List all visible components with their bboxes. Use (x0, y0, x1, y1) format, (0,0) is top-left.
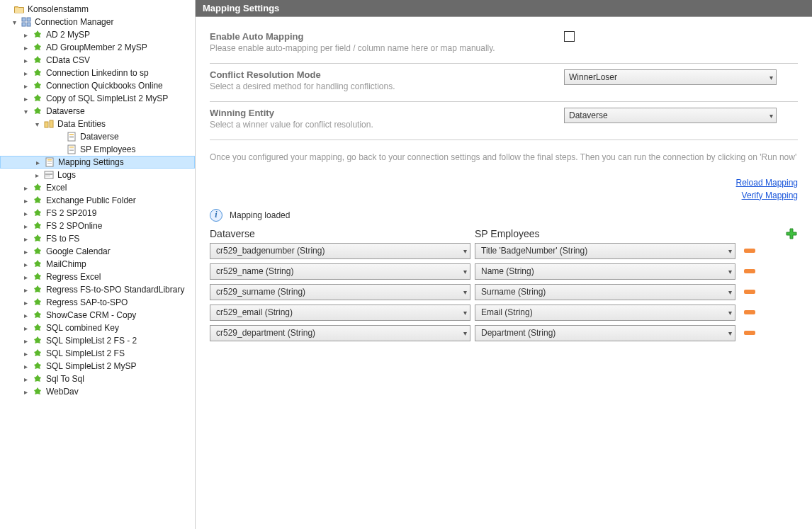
tree-item[interactable]: ▸Logs (0, 169, 195, 181)
expander-icon[interactable]: ▸ (21, 362, 30, 371)
tree-item[interactable]: ▸Copy of SQL SimpleList 2 MySP (0, 92, 195, 105)
setting-control: Dataverse ▾ (564, 108, 798, 123)
tree-item[interactable]: ▸Mapping Settings (0, 156, 195, 169)
tree-item[interactable]: ▸SQL SimpleList 2 FS (0, 347, 195, 360)
expander-icon[interactable]: ▸ (21, 311, 30, 320)
delete-mapping-button[interactable] (743, 287, 757, 297)
mapping-left-select[interactable]: cr529_surname (String)▾ (210, 284, 470, 300)
tree-item[interactable]: ▸ShowCase CRM - Copy (0, 309, 195, 322)
expander-icon[interactable]: ▸ (21, 222, 30, 231)
tree-item[interactable]: SP Employees (0, 143, 195, 156)
tree-item[interactable]: ▸Connection Quickbooks Online (0, 79, 195, 92)
expander-icon[interactable]: ▾ (21, 107, 30, 116)
conflict-mode-dropdown[interactable]: WinnerLoser ▾ (564, 69, 777, 85)
green-icon (32, 271, 43, 283)
page-icon (66, 131, 77, 142)
delete-mapping-button[interactable] (743, 246, 757, 256)
expander-icon[interactable]: ▸ (21, 196, 30, 205)
svg-rect-1 (27, 18, 30, 21)
tree-sidebar: ▸ Konsolenstamm ▾ Connection Manager ▸AD… (0, 0, 196, 529)
expander-icon[interactable]: ▸ (21, 183, 30, 193)
tree-item[interactable]: ▸AD 2 MySP (0, 28, 195, 41)
green-icon (32, 335, 43, 346)
chevron-down-icon: ▾ (769, 74, 773, 81)
mapping-left-select[interactable]: cr529_badgenumber (String)▾ (210, 243, 470, 259)
expander-icon[interactable]: ▸ (21, 387, 30, 397)
expander-icon[interactable]: ▾ (33, 120, 42, 129)
tree-item[interactable]: ▸Regress SAP-to-SPO (0, 296, 195, 309)
expander-icon[interactable]: ▸ (21, 285, 30, 295)
green-icon (32, 93, 43, 104)
tree-item[interactable]: ▸MailChimp (0, 258, 195, 271)
tree-item[interactable]: ▸Regress FS-to-SPO StandardLibrary (0, 283, 195, 296)
mapping-left-select[interactable]: cr529_email (String)▾ (210, 305, 470, 321)
tree-item[interactable]: ▸FS to FS (0, 232, 195, 245)
expander-icon[interactable]: ▸ (21, 81, 30, 91)
mapping-left-select[interactable]: cr529_name (String)▾ (210, 263, 470, 280)
expander-icon[interactable]: ▸ (21, 43, 30, 52)
verify-mapping-link[interactable]: Verify Mapping (210, 190, 798, 200)
tree-item[interactable]: Dataverse (0, 130, 195, 143)
tree-item[interactable]: ▸SQL SimpleList 2 MySP (0, 360, 195, 372)
tree-root[interactable]: ▸ Konsolenstamm (0, 3, 195, 16)
tree-item[interactable]: ▸Regress Excel (0, 271, 195, 283)
expander-icon[interactable]: ▸ (21, 375, 30, 384)
expander-icon[interactable]: ▸ (21, 324, 30, 333)
tree-item[interactable]: ▸AD GroupMember 2 MySP (0, 41, 195, 54)
tree-label: Logs (57, 170, 76, 180)
tree-item[interactable]: ▸FS 2 SPOnline (0, 220, 195, 232)
expander-icon[interactable]: ▸ (33, 171, 42, 180)
svg-rect-8 (69, 136, 74, 137)
expander-icon[interactable]: ▸ (21, 247, 30, 256)
delete-mapping-button[interactable] (743, 328, 757, 338)
tree-label: Dataverse (46, 106, 85, 116)
tree-item[interactable]: ▸CData CSV (0, 54, 195, 67)
expander-icon[interactable]: ▸ (21, 260, 30, 269)
tree-item[interactable]: ▸Sql To Sql (0, 372, 195, 385)
delete-mapping-button[interactable] (743, 307, 757, 317)
expander-icon[interactable]: ▸ (21, 336, 30, 346)
tree-connmgr[interactable]: ▾ Connection Manager (0, 16, 195, 28)
winning-entity-dropdown[interactable]: Dataverse ▾ (564, 108, 777, 123)
mapping-right-select[interactable]: Surname (String)▾ (475, 284, 735, 300)
expander-icon[interactable]: ▸ (21, 298, 30, 307)
expander-icon[interactable]: ▸ (21, 30, 30, 40)
green-icon (32, 42, 43, 53)
delete-mapping-button[interactable] (743, 266, 757, 276)
mapping-right-select[interactable]: Title 'BadgeNumber' (String)▾ (475, 243, 735, 259)
expander-icon[interactable]: ▸ (21, 273, 30, 282)
tree-item[interactable]: ▸SQL SimpleList 2 FS - 2 (0, 334, 195, 347)
select-value: cr529_badgenumber (String) (216, 246, 325, 256)
tree-label: SQL SimpleList 2 FS (46, 348, 125, 358)
tree-item[interactable]: ▸FS 2 SP2019 (0, 207, 195, 220)
auto-mapping-checkbox[interactable] (564, 31, 575, 42)
expander-icon[interactable]: ▸ (33, 158, 43, 167)
expander-icon[interactable]: ▸ (21, 69, 30, 78)
mapping-row: cr529_name (String)▾Name (String)▾ (210, 263, 798, 280)
status-row: i Mapping loaded (210, 209, 798, 222)
expander-icon[interactable]: ▸ (21, 234, 30, 244)
mapping-right-select[interactable]: Name (String)▾ (475, 263, 735, 280)
tree-item[interactable]: ▸Google Calendar (0, 245, 195, 258)
tree-item[interactable]: ▸Exchange Public Folder (0, 194, 195, 207)
mapping-right-select[interactable]: Email (String)▾ (475, 305, 735, 321)
tree-item[interactable]: ▸Connection Linkedinn to sp (0, 67, 195, 79)
reload-mapping-link[interactable]: Reload Mapping (210, 178, 798, 188)
expander-icon[interactable]: ▸ (21, 56, 30, 65)
mapping-left-select[interactable]: cr529_department (String)▾ (210, 325, 470, 341)
tree-item[interactable]: ▸SQL combined Key (0, 322, 195, 334)
expander-icon[interactable]: ▸ (21, 349, 30, 358)
tree-item[interactable]: ▾Data Entities (0, 118, 195, 130)
green-icon (32, 80, 43, 91)
expander-icon[interactable]: ▸ (21, 209, 30, 218)
green-icon (32, 195, 43, 206)
expander-icon[interactable]: ▸ (21, 94, 30, 103)
tree-label: Konsolenstamm (28, 4, 89, 14)
mapping-right-select[interactable]: Department (String)▾ (475, 325, 735, 341)
tree-item[interactable]: ▾Dataverse (0, 105, 195, 118)
add-mapping-button[interactable] (785, 227, 798, 240)
tree-item[interactable]: ▸WebDav (0, 385, 195, 398)
tree-item[interactable]: ▸Excel (0, 181, 195, 194)
expander-icon[interactable]: ▾ (10, 18, 19, 27)
mapping-row: cr529_surname (String)▾Surname (String)▾ (210, 284, 798, 300)
